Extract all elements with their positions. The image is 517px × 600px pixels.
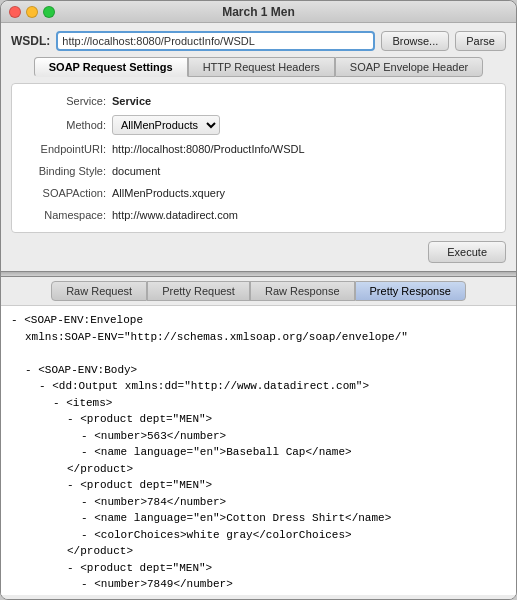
execute-row: Execute (11, 239, 506, 267)
soapaction-label: SOAPAction: (22, 187, 112, 199)
title-bar: March 1 Men (1, 1, 516, 23)
xml-line: xmlns:SOAP-ENV="http://schemas.xmlsoap.o… (11, 329, 506, 346)
tab-pretty-request[interactable]: Pretty Request (147, 281, 250, 301)
xml-line: - <SOAP-ENV:Envelope (11, 312, 506, 329)
parse-button[interactable]: Parse (455, 31, 506, 51)
xml-line: - <colorChoices>white gray</colorChoices… (11, 527, 506, 544)
form-row-method: Method: AllMenProducts (12, 112, 505, 138)
window-title: March 1 Men (222, 5, 295, 19)
xml-line: - <SOAP-ENV:Body> (11, 362, 506, 379)
bottom-section: Raw Request Pretty Request Raw Response … (1, 277, 516, 599)
endpoint-value: http://localhost:8080/ProductInfo/WSDL (112, 143, 305, 155)
method-select[interactable]: AllMenProducts (112, 115, 220, 135)
form-row-namespace: Namespace: http://www.datadirect.com (12, 204, 505, 226)
minimize-button[interactable] (26, 6, 38, 18)
xml-line: - <number>784</number> (11, 494, 506, 511)
service-value: Service (112, 95, 151, 107)
close-button[interactable] (9, 6, 21, 18)
maximize-button[interactable] (43, 6, 55, 18)
form-row-endpoint: EndpointURI: http://localhost:8080/Produ… (12, 138, 505, 160)
wsdl-row: WSDL: Browse... Parse (11, 31, 506, 51)
tab-pretty-response[interactable]: Pretty Response (355, 281, 466, 301)
tab-http-request-headers[interactable]: HTTP Request Headers (188, 57, 335, 77)
form-row-binding: Binding Style: document (12, 160, 505, 182)
xml-line: </product> (11, 461, 506, 478)
soapaction-value: AllMenProducts.xquery (112, 187, 225, 199)
response-tabs: Raw Request Pretty Request Raw Response … (1, 277, 516, 305)
tab-raw-request[interactable]: Raw Request (51, 281, 147, 301)
form-row-soapaction: SOAPAction: AllMenProducts.xquery (12, 182, 505, 204)
browse-button[interactable]: Browse... (381, 31, 449, 51)
xml-line: - <items> (11, 395, 506, 412)
form-section: Service: Service Method: AllMenProducts … (11, 83, 506, 233)
main-window: March 1 Men WSDL: Browse... Parse SOAP R… (0, 0, 517, 600)
form-row-service: Service: Service (12, 90, 505, 112)
xml-line: - <name>Long Sleeve Casual Shirt</name> (11, 593, 506, 596)
request-tabs: SOAP Request Settings HTTP Request Heade… (11, 57, 506, 77)
xml-line: </product> (11, 543, 506, 560)
namespace-value: http://www.datadirect.com (112, 209, 238, 221)
service-label: Service: (22, 95, 112, 107)
window-controls (9, 6, 55, 18)
binding-label: Binding Style: (22, 165, 112, 177)
xml-line: - <dd:Output xmlns:dd="http://www.datadi… (11, 378, 506, 395)
namespace-label: Namespace: (22, 209, 112, 221)
tab-soap-request-settings[interactable]: SOAP Request Settings (34, 57, 188, 77)
top-section: WSDL: Browse... Parse SOAP Request Setti… (1, 23, 516, 271)
xml-line: - <number>563</number> (11, 428, 506, 445)
xml-line: - <number>7849</number> (11, 576, 506, 593)
binding-value: document (112, 165, 160, 177)
xml-line: - <name language="en">Baseball Cap</name… (11, 444, 506, 461)
xml-line: - <product dept="MEN"> (11, 477, 506, 494)
wsdl-label: WSDL: (11, 34, 50, 48)
xml-line: - <name language="en">Cotton Dress Shirt… (11, 510, 506, 527)
tab-raw-response[interactable]: Raw Response (250, 281, 355, 301)
execute-button[interactable]: Execute (428, 241, 506, 263)
method-label: Method: (22, 119, 112, 131)
xml-line: - <product dept="MEN"> (11, 411, 506, 428)
xml-line: - <product dept="MEN"> (11, 560, 506, 577)
wsdl-input[interactable] (56, 31, 375, 51)
endpoint-label: EndpointURI: (22, 143, 112, 155)
tab-soap-envelope-header[interactable]: SOAP Envelope Header (335, 57, 483, 77)
xml-output[interactable]: - <SOAP-ENV:Envelopexmlns:SOAP-ENV="http… (1, 305, 516, 595)
